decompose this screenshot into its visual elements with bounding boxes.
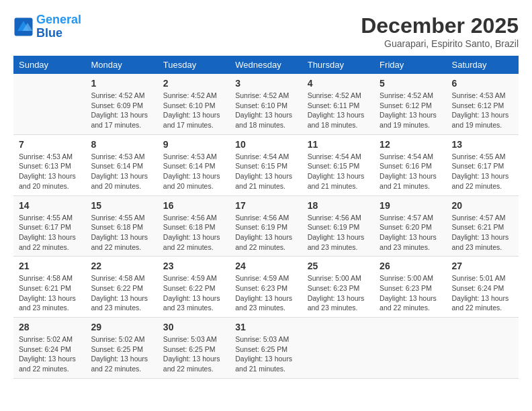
calendar-cell: 1Sunrise: 4:52 AMSunset: 6:09 PMDaylight… (85, 74, 157, 134)
month-title: December 2025 (361, 13, 519, 38)
day-number: 14 (19, 200, 80, 211)
day-number: 13 (452, 139, 513, 150)
calendar-cell: 16Sunrise: 4:56 AMSunset: 6:18 PMDayligh… (158, 195, 230, 257)
day-number: 24 (235, 261, 296, 271)
day-number: 21 (19, 261, 80, 271)
day-info: Sunrise: 5:02 AMSunset: 6:24 PMDaylight:… (19, 334, 80, 374)
calendar-cell: 31Sunrise: 5:03 AMSunset: 6:25 PMDayligh… (230, 318, 302, 379)
day-info: Sunrise: 4:54 AMSunset: 6:16 PMDaylight:… (380, 152, 441, 191)
day-number: 20 (452, 200, 513, 211)
calendar-cell: 3Sunrise: 4:52 AMSunset: 6:10 PMDaylight… (230, 74, 302, 134)
calendar-cell: 20Sunrise: 4:57 AMSunset: 6:21 PMDayligh… (447, 195, 519, 257)
page-header: GeneralBlue December 2025 Guarapari, Esp… (13, 13, 519, 49)
calendar-cell: 23Sunrise: 4:59 AMSunset: 6:22 PMDayligh… (158, 257, 230, 318)
day-number: 5 (380, 78, 441, 89)
calendar-cell: 27Sunrise: 5:01 AMSunset: 6:24 PMDayligh… (447, 257, 519, 318)
day-number: 15 (91, 200, 152, 211)
calendar-table: Sunday Monday Tuesday Wednesday Thursday… (13, 56, 519, 379)
day-info: Sunrise: 4:56 AMSunset: 6:18 PMDaylight:… (163, 213, 224, 253)
calendar-cell: 4Sunrise: 4:52 AMSunset: 6:11 PMDaylight… (302, 74, 374, 134)
location-subtitle: Guarapari, Espirito Santo, Brazil (361, 38, 519, 49)
calendar-cell: 24Sunrise: 4:59 AMSunset: 6:23 PMDayligh… (230, 257, 302, 318)
calendar-cell: 26Sunrise: 5:00 AMSunset: 6:23 PMDayligh… (374, 257, 446, 318)
day-info: Sunrise: 4:53 AMSunset: 6:14 PMDaylight:… (91, 152, 152, 191)
calendar-cell: 15Sunrise: 4:55 AMSunset: 6:18 PMDayligh… (85, 195, 157, 257)
day-number: 9 (163, 139, 224, 150)
calendar-cell (302, 318, 374, 379)
calendar-cell: 22Sunrise: 4:58 AMSunset: 6:22 PMDayligh… (85, 257, 157, 318)
day-info: Sunrise: 4:53 AMSunset: 6:12 PMDaylight:… (452, 91, 513, 130)
calendar-week-row: 1Sunrise: 4:52 AMSunset: 6:09 PMDaylight… (13, 74, 519, 134)
day-info: Sunrise: 4:54 AMSunset: 6:15 PMDaylight:… (308, 152, 369, 191)
col-saturday: Saturday (447, 56, 519, 74)
calendar-cell: 10Sunrise: 4:54 AMSunset: 6:15 PMDayligh… (230, 134, 302, 195)
title-area: December 2025 Guarapari, Espirito Santo,… (361, 13, 519, 49)
day-info: Sunrise: 4:54 AMSunset: 6:15 PMDaylight:… (235, 152, 296, 191)
calendar-cell: 13Sunrise: 4:55 AMSunset: 6:17 PMDayligh… (447, 134, 519, 195)
day-info: Sunrise: 4:56 AMSunset: 6:19 PMDaylight:… (308, 213, 369, 253)
day-info: Sunrise: 4:56 AMSunset: 6:19 PMDaylight:… (235, 213, 296, 253)
day-number: 28 (19, 322, 80, 332)
day-info: Sunrise: 4:52 AMSunset: 6:10 PMDaylight:… (163, 91, 224, 130)
day-info: Sunrise: 4:57 AMSunset: 6:20 PMDaylight:… (380, 213, 441, 253)
calendar-cell: 28Sunrise: 5:02 AMSunset: 6:24 PMDayligh… (13, 318, 85, 379)
day-info: Sunrise: 4:53 AMSunset: 6:14 PMDaylight:… (163, 152, 224, 191)
day-info: Sunrise: 5:01 AMSunset: 6:24 PMDaylight:… (452, 273, 513, 313)
day-number: 31 (235, 322, 296, 332)
day-info: Sunrise: 5:00 AMSunset: 6:23 PMDaylight:… (380, 273, 441, 313)
calendar-cell: 30Sunrise: 5:03 AMSunset: 6:25 PMDayligh… (158, 318, 230, 379)
day-info: Sunrise: 4:52 AMSunset: 6:12 PMDaylight:… (380, 91, 441, 130)
col-tuesday: Tuesday (158, 56, 230, 74)
calendar-cell: 14Sunrise: 4:55 AMSunset: 6:17 PMDayligh… (13, 195, 85, 257)
day-number: 16 (163, 200, 224, 211)
day-number: 29 (91, 322, 152, 332)
day-info: Sunrise: 4:55 AMSunset: 6:17 PMDaylight:… (19, 213, 80, 253)
calendar-cell: 19Sunrise: 4:57 AMSunset: 6:20 PMDayligh… (374, 195, 446, 257)
col-thursday: Thursday (302, 56, 374, 74)
day-number: 30 (163, 322, 224, 332)
col-monday: Monday (85, 56, 157, 74)
calendar-week-row: 7Sunrise: 4:53 AMSunset: 6:13 PMDaylight… (13, 134, 519, 195)
calendar-cell: 18Sunrise: 4:56 AMSunset: 6:19 PMDayligh… (302, 195, 374, 257)
calendar-header: Sunday Monday Tuesday Wednesday Thursday… (13, 56, 519, 74)
day-info: Sunrise: 4:55 AMSunset: 6:18 PMDaylight:… (91, 213, 152, 253)
day-number: 2 (163, 78, 224, 89)
day-info: Sunrise: 4:52 AMSunset: 6:10 PMDaylight:… (235, 91, 296, 130)
day-number: 25 (308, 261, 369, 271)
day-number: 6 (452, 78, 513, 89)
calendar-cell: 9Sunrise: 4:53 AMSunset: 6:14 PMDaylight… (158, 134, 230, 195)
day-number: 19 (380, 200, 441, 211)
day-number: 27 (452, 261, 513, 271)
calendar-cell (374, 318, 446, 379)
col-wednesday: Wednesday (230, 56, 302, 74)
day-number: 1 (91, 78, 152, 89)
logo-text: GeneralBlue (36, 13, 81, 40)
weekday-row: Sunday Monday Tuesday Wednesday Thursday… (13, 56, 519, 74)
calendar-cell: 21Sunrise: 4:58 AMSunset: 6:21 PMDayligh… (13, 257, 85, 318)
calendar-cell: 29Sunrise: 5:02 AMSunset: 6:25 PMDayligh… (85, 318, 157, 379)
calendar-cell: 5Sunrise: 4:52 AMSunset: 6:12 PMDaylight… (374, 74, 446, 134)
day-number: 18 (308, 200, 369, 211)
day-info: Sunrise: 4:57 AMSunset: 6:21 PMDaylight:… (452, 213, 513, 253)
day-info: Sunrise: 4:53 AMSunset: 6:13 PMDaylight:… (19, 152, 80, 191)
day-info: Sunrise: 5:00 AMSunset: 6:23 PMDaylight:… (308, 273, 369, 313)
col-sunday: Sunday (13, 56, 85, 74)
calendar-cell: 2Sunrise: 4:52 AMSunset: 6:10 PMDaylight… (158, 74, 230, 134)
calendar-cell: 8Sunrise: 4:53 AMSunset: 6:14 PMDaylight… (85, 134, 157, 195)
day-info: Sunrise: 4:52 AMSunset: 6:11 PMDaylight:… (308, 91, 369, 130)
day-info: Sunrise: 4:55 AMSunset: 6:17 PMDaylight:… (452, 152, 513, 191)
day-number: 8 (91, 139, 152, 150)
day-number: 26 (380, 261, 441, 271)
logo: GeneralBlue (13, 13, 81, 40)
calendar-week-row: 28Sunrise: 5:02 AMSunset: 6:24 PMDayligh… (13, 318, 519, 379)
calendar-cell: 17Sunrise: 4:56 AMSunset: 6:19 PMDayligh… (230, 195, 302, 257)
day-number: 3 (235, 78, 296, 89)
day-number: 10 (235, 139, 296, 150)
day-info: Sunrise: 4:59 AMSunset: 6:23 PMDaylight:… (235, 273, 296, 313)
day-number: 11 (308, 139, 369, 150)
col-friday: Friday (374, 56, 446, 74)
day-info: Sunrise: 4:52 AMSunset: 6:09 PMDaylight:… (91, 91, 152, 130)
day-number: 4 (308, 78, 369, 89)
day-number: 23 (163, 261, 224, 271)
day-number: 7 (19, 139, 80, 150)
